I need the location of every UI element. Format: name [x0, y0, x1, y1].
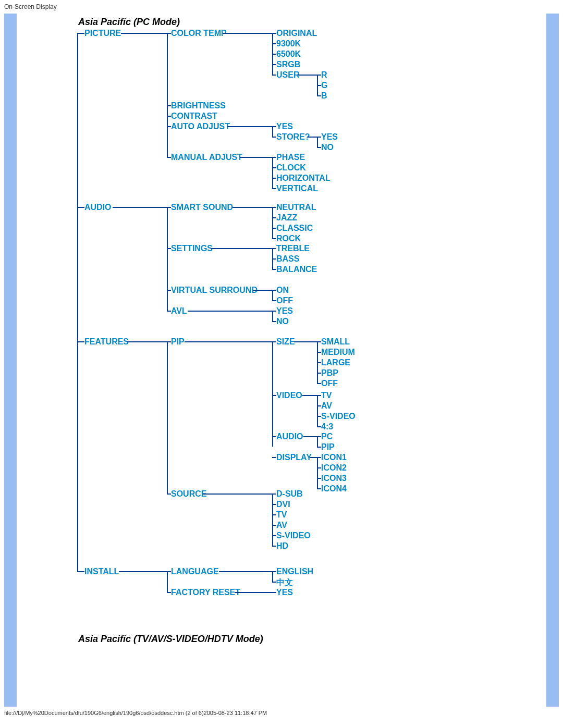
n-english: ENGLISH — [276, 567, 313, 576]
n-pbp: PBP — [321, 368, 338, 378]
n-icon4: ICON4 — [321, 484, 347, 493]
n-picture: PICTURE — [84, 29, 121, 38]
n-b: B — [321, 91, 327, 101]
line — [113, 207, 167, 208]
line — [272, 248, 276, 249]
n-settings: SETTINGS — [171, 244, 213, 253]
line — [272, 207, 273, 238]
line — [272, 157, 273, 188]
line — [303, 436, 317, 437]
line — [77, 33, 84, 34]
n-g: G — [321, 81, 327, 90]
n-r: R — [321, 70, 327, 80]
n-small: SMALL — [321, 337, 350, 347]
n-svideo: S-VIDEO — [321, 412, 356, 421]
line — [272, 137, 276, 138]
line — [272, 571, 276, 572]
n-dsub: D-SUB — [276, 489, 303, 499]
line — [272, 546, 276, 547]
line — [272, 43, 276, 44]
page-footer: file:///D|/My%20Documents/dfu/190G6/engl… — [0, 707, 563, 719]
line — [272, 311, 273, 321]
line — [167, 126, 171, 127]
n-svideo2: S-VIDEO — [276, 531, 311, 540]
line — [127, 341, 167, 342]
n-av: AV — [321, 401, 332, 411]
line — [298, 75, 317, 76]
line — [167, 207, 171, 208]
line — [272, 571, 273, 582]
line — [203, 493, 272, 495]
page-header: On-Screen Display — [0, 0, 563, 14]
line — [272, 157, 276, 158]
line — [167, 33, 168, 157]
n-9300k: 9300K — [276, 39, 301, 48]
n-video: VIDEO — [276, 391, 302, 400]
line — [272, 269, 276, 270]
n-medium: MEDIUM — [321, 348, 355, 357]
n-size: SIZE — [276, 337, 295, 347]
line — [240, 157, 272, 158]
line — [272, 167, 276, 168]
n-srgb: SRGB — [276, 60, 300, 69]
n-autoadjust: AUTO ADJUST — [171, 122, 230, 131]
line — [317, 436, 318, 447]
n-factoryreset: FACTORY RESET — [171, 588, 240, 597]
title-tvav-mode: Asia Pacific (TV/AV/S-VIDEO/HDTV Mode) — [78, 634, 263, 645]
line — [185, 341, 272, 342]
line — [167, 571, 168, 592]
line — [272, 341, 276, 342]
n-tv2: TV — [276, 510, 287, 520]
n-tv: TV — [321, 391, 332, 400]
line — [272, 535, 276, 536]
line — [272, 436, 276, 437]
line — [272, 228, 276, 229]
line — [167, 116, 171, 117]
line — [167, 207, 168, 311]
line — [167, 105, 171, 106]
line — [310, 457, 317, 458]
n-rock: ROCK — [276, 234, 301, 243]
line — [121, 33, 167, 34]
line — [272, 582, 276, 583]
line — [272, 33, 276, 34]
n-pc: PC — [321, 432, 333, 441]
line — [232, 207, 272, 208]
line — [317, 95, 321, 96]
line — [317, 362, 321, 363]
line — [317, 75, 321, 76]
line — [317, 373, 321, 374]
line — [317, 467, 321, 468]
n-original: ORIGINAL — [276, 29, 317, 38]
line — [317, 405, 321, 406]
n-virtualsurround: VIRTUAL SURROUND — [171, 286, 258, 295]
n-classic: CLASSIC — [276, 224, 313, 233]
line — [272, 217, 276, 218]
n-large: LARGE — [321, 358, 350, 367]
n-source: SOURCE — [171, 489, 206, 499]
n-dvi: DVI — [276, 500, 290, 509]
line — [167, 248, 171, 249]
line — [317, 457, 321, 458]
n-install: INSTALL — [84, 567, 119, 576]
n-on: ON — [276, 286, 289, 295]
n-manualadjust: MANUAL ADJUST — [171, 153, 242, 162]
n-audio2: AUDIO — [276, 432, 303, 441]
line — [272, 457, 276, 458]
line — [317, 416, 321, 417]
n-display: DISPLAY — [276, 453, 312, 462]
line — [272, 493, 273, 546]
line — [272, 321, 276, 322]
line — [272, 592, 276, 593]
n-yes4: YES — [276, 588, 293, 597]
line — [294, 341, 317, 342]
n-pip: PIP — [171, 337, 185, 347]
line — [317, 478, 321, 479]
line — [272, 493, 276, 495]
line — [272, 258, 276, 260]
line — [272, 525, 276, 526]
line — [235, 592, 272, 593]
line — [272, 300, 276, 301]
line — [317, 457, 318, 488]
title-pc-mode: Asia Pacific (PC Mode) — [78, 17, 180, 28]
